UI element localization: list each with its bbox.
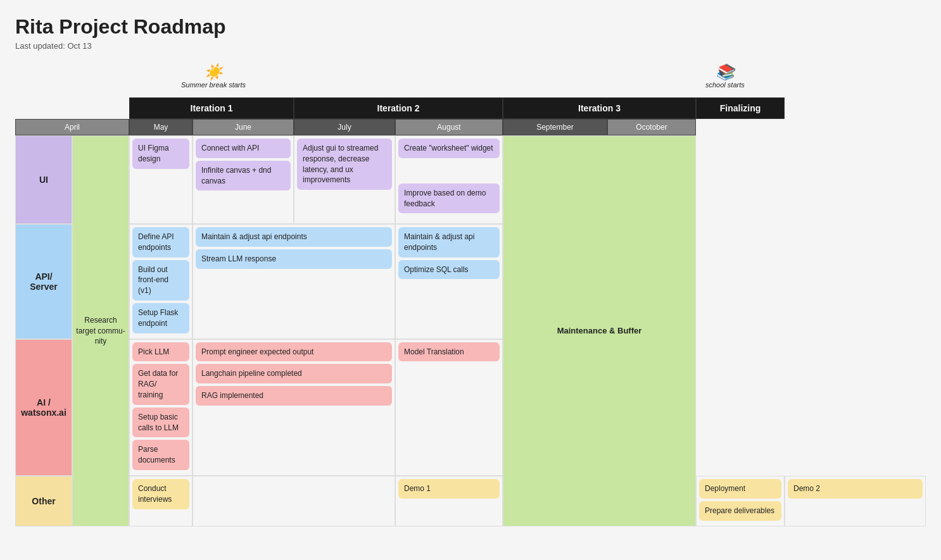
card-pick-llm: Pick LLM: [132, 342, 189, 362]
last-updated: Last updated: Oct 13: [15, 41, 926, 51]
month-june: June: [193, 119, 294, 135]
month-july: July: [294, 119, 395, 135]
iteration-1-header: Iteration 1: [129, 97, 294, 119]
card-adjust-gui: Adjust gui to streamed response, decreas…: [297, 139, 392, 190]
research-cell: Research target commu-nity: [72, 135, 129, 526]
api-may-cell: Define API endpoints Build out front-end…: [129, 224, 193, 339]
row-label-ui: UI: [15, 135, 72, 224]
card-demo2: Demo 2: [788, 479, 923, 499]
maintenance-cell: Maintenance & Buffer: [503, 135, 696, 526]
card-model-translation: Model Translation: [398, 342, 500, 362]
ui-july-cell: Adjust gui to streamed response, decreas…: [294, 135, 395, 224]
card-maintain-api-2: Maintain & adjust api endpoints: [398, 227, 500, 258]
month-august: August: [395, 119, 503, 135]
month-may: May: [129, 119, 193, 135]
card-maintain-api-1: Maintain & adjust api endpoints: [196, 227, 392, 247]
other-may-cell: Conduct interviews: [129, 476, 193, 526]
month-april: April: [15, 119, 129, 135]
card-get-data: Get data for RAG/ training: [132, 364, 189, 404]
other-sep-cell: Deployment Prepare deliverables: [696, 476, 785, 526]
card-ui-figma: UI Figma design: [132, 139, 189, 169]
other-oct-cell: Demo 2: [785, 476, 926, 526]
month-october: Ocotober: [607, 119, 696, 135]
ai-june-july-cell: Prompt engineer expected output Langchai…: [193, 339, 395, 476]
ai-may-cell: Pick LLM Get data for RAG/ training Setu…: [129, 339, 193, 476]
api-june-july-cell: Maintain & adjust api endpoints Stream L…: [193, 224, 395, 339]
ai-august-cell: Model Translation: [395, 339, 503, 476]
summer-break-icon: ☀️ Summer break starts: [181, 63, 246, 89]
api-august-cell: Maintain & adjust api endpoints Optimize…: [395, 224, 503, 339]
card-build-frontend: Build out front-end (v1): [132, 260, 189, 301]
month-september: September: [503, 119, 607, 135]
row-label-other: Other: [15, 476, 72, 526]
card-parse-docs: Parse documents: [132, 440, 189, 470]
card-stream-llm: Stream LLM response: [196, 249, 392, 269]
ui-may-cell: UI Figma design: [129, 135, 193, 224]
iteration-2-header: Iteration 2: [294, 97, 503, 119]
card-setup-flask: Setup Flask endpoint: [132, 303, 189, 333]
iteration-3-header: Iteration 3: [503, 97, 696, 119]
card-improve-demo: Improve based on demo feedback: [398, 184, 500, 214]
card-infinite-canvas: Infinite canvas + dnd canvas: [196, 161, 291, 191]
card-rag-impl: RAG implemented: [196, 386, 392, 406]
card-create-worksheet: Create "worksheet" widget: [398, 139, 500, 158]
card-setup-basic: Setup basic calls to LLM: [132, 408, 189, 438]
card-prepare-deliverables: Prepare deliverables: [699, 501, 781, 521]
card-define-api: Define API endpoints: [132, 227, 189, 258]
card-connect-api: Connect with API: [196, 139, 291, 158]
card-deployment: Deployment: [699, 479, 781, 499]
finalizing-header: Finalizing: [696, 97, 785, 119]
ui-june-cell: Connect with API Infinite canvas + dnd c…: [193, 135, 294, 224]
card-demo1: Demo 1: [398, 479, 500, 499]
other-august-cell: Demo 1: [395, 476, 503, 526]
row-label-api: API/ Server: [15, 224, 72, 339]
ui-august-cell: Create "worksheet" widget Improve based …: [395, 135, 503, 224]
card-conduct-interviews: Conduct interviews: [132, 479, 189, 509]
page-title: Rita Project Roadmap: [15, 15, 926, 39]
row-label-ai: AI / watsonx.ai: [15, 339, 72, 476]
school-start-icon: 📚 school starts: [705, 63, 745, 89]
card-prompt-engineer: Prompt engineer expected output: [196, 342, 392, 362]
card-langchain: Langchain pipeline completed: [196, 364, 392, 383]
other-june-july-cell: [193, 476, 395, 526]
card-optimize-sql: Optimize SQL calls: [398, 260, 500, 280]
